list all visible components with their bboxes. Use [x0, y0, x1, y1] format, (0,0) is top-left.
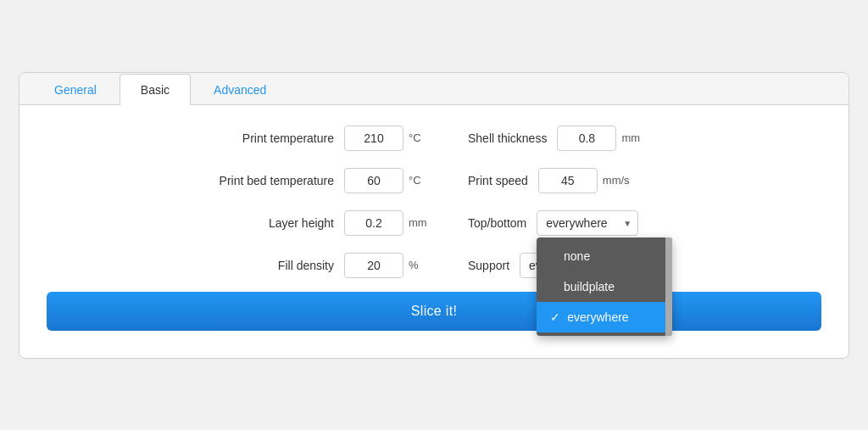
dropdown-item-everywhere-label: everywhere [567, 310, 628, 324]
dropdown-item-none[interactable]: none [537, 241, 672, 271]
dropdown-scrollbar[interactable] [665, 237, 672, 336]
dropdown-item-buildplate[interactable]: buildplate [537, 271, 672, 302]
print-speed-unit: mm/s [603, 174, 630, 187]
print-bed-temperature-input[interactable] [344, 168, 403, 193]
tab-basic[interactable]: Basic [120, 74, 191, 105]
dropdown-item-none-label: none [564, 249, 590, 263]
main-container: General Basic Advanced Print temperature… [19, 72, 849, 359]
layer-height-input-group: mm [344, 210, 434, 236]
print-bed-temperature-label: Print bed temperature [220, 174, 334, 187]
print-temperature-input[interactable] [344, 126, 403, 151]
tab-content: Print temperature °C Print bed temperatu… [19, 105, 849, 358]
fill-density-unit: % [409, 259, 434, 271]
fill-density-label: Fill density [278, 259, 334, 272]
layer-height-input[interactable] [344, 210, 403, 236]
tabs-bar: General Basic Advanced [19, 73, 849, 105]
layer-height-row: Layer height mm [47, 210, 434, 236]
layer-height-label: Layer height [269, 216, 334, 230]
left-column: Print temperature °C Print bed temperatu… [47, 126, 434, 278]
shell-thickness-input[interactable] [557, 126, 616, 151]
support-label: Support [468, 259, 509, 272]
right-column: Shell thickness mm Print speed mm/s [434, 126, 821, 278]
print-temperature-label: Print temperature [242, 131, 334, 145]
tab-general[interactable]: General [33, 74, 118, 105]
print-temperature-input-group: °C [344, 126, 434, 151]
print-bed-temperature-unit: °C [409, 174, 434, 187]
print-speed-input-group: mm/s [538, 168, 630, 193]
dropdown-item-everywhere[interactable]: ✓ everywhere [537, 302, 672, 332]
shell-thickness-input-group: mm [557, 126, 647, 151]
print-bed-temperature-input-group: °C [344, 168, 434, 193]
print-speed-input[interactable] [538, 168, 598, 193]
check-none-icon [550, 249, 557, 263]
top-bottom-label: Top/bottom [468, 216, 526, 230]
top-bottom-select[interactable]: everywhere [537, 210, 638, 236]
top-bottom-dropdown-wrapper: everywhere ▼ none [537, 210, 638, 236]
tab-advanced[interactable]: Advanced [192, 74, 287, 105]
shell-thickness-row: Shell thickness mm [434, 126, 821, 151]
top-bottom-row: Top/bottom everywhere ▼ none [434, 210, 821, 236]
print-temperature-unit: °C [409, 131, 434, 144]
shell-thickness-unit: mm [621, 131, 647, 144]
print-temperature-row: Print temperature °C [47, 126, 434, 151]
print-speed-label: Print speed [468, 174, 528, 187]
dropdown-item-buildplate-label: buildplate [564, 280, 615, 293]
slice-button[interactable]: Slice it! [47, 292, 821, 331]
layer-height-unit: mm [409, 216, 434, 229]
fill-density-input-group: % [344, 253, 434, 278]
shell-thickness-label: Shell thickness [468, 131, 547, 145]
slice-button-wrapper: Slice it! [47, 278, 821, 331]
top-bottom-input-group: everywhere ▼ none [537, 210, 638, 236]
fill-density-input[interactable] [344, 253, 403, 278]
print-speed-row: Print speed mm/s [434, 168, 821, 193]
check-buildplate-icon [550, 280, 557, 293]
print-bed-temperature-row: Print bed temperature °C [47, 168, 434, 193]
support-dropdown-popup[interactable]: none buildplate ✓ everywhere [537, 237, 672, 336]
fill-density-row: Fill density % [47, 253, 434, 278]
check-everywhere-icon: ✓ [550, 310, 560, 324]
fields-grid: Print temperature °C Print bed temperatu… [47, 126, 821, 278]
